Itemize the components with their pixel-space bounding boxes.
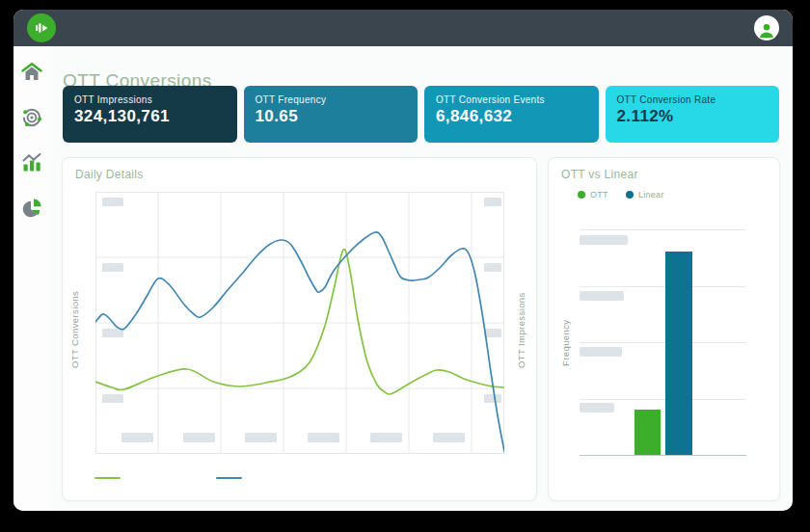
play-signal-icon xyxy=(33,19,50,37)
app-window: OTT Conversions OTT Impressions 324,130,… xyxy=(14,10,793,511)
panel-title: Daily Details xyxy=(75,168,144,181)
kpi-value: 6,846,632 xyxy=(436,107,587,126)
sidebar xyxy=(14,46,50,511)
bar-linear[interactable] xyxy=(665,252,692,455)
kpi-value: 10.65 xyxy=(256,107,407,126)
target-orbit-icon xyxy=(20,106,43,129)
home-icon xyxy=(20,61,43,84)
legend-swatch-conversions xyxy=(94,477,121,479)
redacted-tick-label xyxy=(580,291,624,301)
bar-gridline xyxy=(580,399,746,400)
kpi-label: OTT Conversion Events xyxy=(436,94,587,105)
daily-details-panel: Daily Details OTT Conversions OTT Impres… xyxy=(62,157,537,501)
daily-details-line-chart[interactable] xyxy=(95,192,504,454)
kpi-card-ott-conversion-events: OTT Conversion Events 6,846,632 xyxy=(424,86,599,143)
bar-ott[interactable] xyxy=(634,410,661,455)
sidebar-item-targeting[interactable] xyxy=(20,106,43,129)
person-icon xyxy=(756,19,777,40)
ott-vs-linear-bar-chart[interactable] xyxy=(549,158,779,500)
redacted-tick-label xyxy=(580,235,628,245)
kpi-cards: OTT Impressions 324,130,761 OTT Frequenc… xyxy=(63,86,779,143)
kpi-value: 2.112% xyxy=(617,107,769,126)
sidebar-item-reports[interactable] xyxy=(20,197,43,220)
kpi-card-ott-impressions: OTT Impressions 324,130,761 xyxy=(63,86,237,143)
sidebar-item-performance[interactable] xyxy=(20,151,43,174)
kpi-card-ott-conversion-rate: OTT Conversion Rate 2.112% xyxy=(606,86,780,143)
line-chart-legend xyxy=(63,477,536,480)
top-bar xyxy=(14,10,793,46)
bar-gridline xyxy=(580,286,746,287)
kpi-value: 324,130,761 xyxy=(74,107,226,126)
kpi-card-ott-frequency: OTT Frequency 10.65 xyxy=(244,86,418,143)
redacted-tick-label xyxy=(580,403,614,412)
ott-vs-linear-panel: OTT vs Linear OTT Linear Frequency xyxy=(548,157,780,501)
y-axis-label-right: OTT Impressions xyxy=(516,292,526,368)
sidebar-item-home[interactable] xyxy=(20,61,43,84)
kpi-label: OTT Impressions xyxy=(74,94,226,105)
y-axis-label-left: OTT Conversions xyxy=(69,291,80,368)
bar-gridline xyxy=(580,229,746,230)
bar-gridline xyxy=(580,455,746,456)
pie-chart-icon xyxy=(20,197,43,220)
main-content: OTT Conversions OTT Impressions 324,130,… xyxy=(50,46,793,511)
legend-swatch-impressions xyxy=(216,477,242,479)
redacted-tick-label xyxy=(580,347,622,357)
bar-line-chart-icon xyxy=(20,151,43,174)
app-logo[interactable] xyxy=(27,13,56,42)
kpi-label: OTT Frequency xyxy=(256,94,407,105)
user-avatar[interactable] xyxy=(754,15,779,40)
kpi-label: OTT Conversion Rate xyxy=(617,94,769,105)
bar-gridline xyxy=(580,342,746,343)
